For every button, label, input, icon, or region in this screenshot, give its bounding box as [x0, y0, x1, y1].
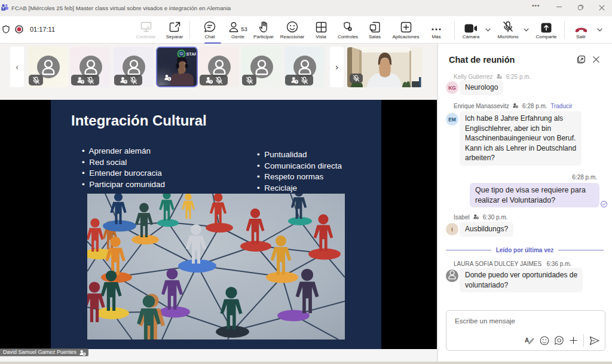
svg-text:STAR: STAR	[186, 51, 197, 57]
svg-text:A: A	[525, 337, 529, 344]
